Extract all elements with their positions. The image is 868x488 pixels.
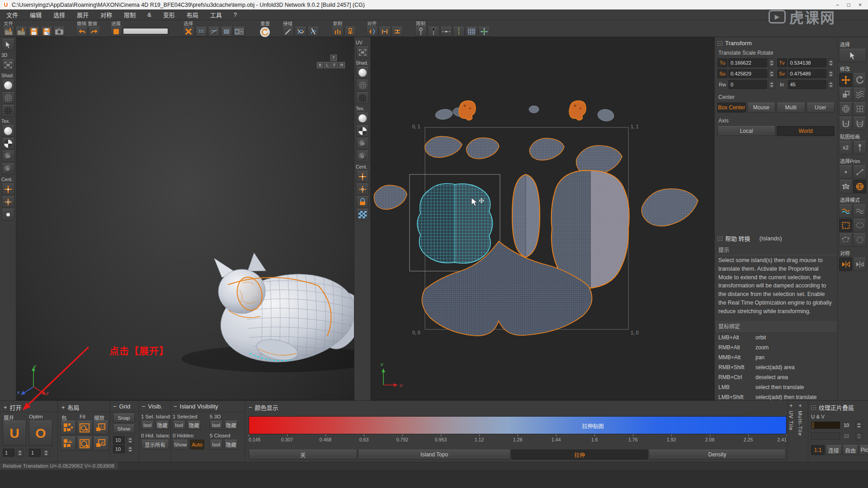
align-horizontal-icon[interactable] xyxy=(379,27,391,37)
texbtns-0[interactable]: 1:1 xyxy=(811,445,825,455)
grid-snap-button[interactable]: Snap xyxy=(113,413,135,422)
pin-filled-icon[interactable] xyxy=(428,27,439,37)
tex-custom-icon[interactable]: U xyxy=(2,163,14,175)
field-value[interactable]: 0.425829 xyxy=(728,69,767,78)
multi-tile-panel[interactable]: + Multi-Tile xyxy=(797,403,803,436)
show-all-button[interactable]: 显示所有 xyxy=(141,440,169,450)
collapse-state[interactable]: + xyxy=(61,404,65,411)
cbtns-0[interactable]: 关 xyxy=(249,450,357,460)
brush-select-gray-icon[interactable] xyxy=(853,204,866,218)
menu-item-9[interactable]: 工具 xyxy=(210,10,222,19)
brush-select-icon[interactable] xyxy=(839,204,852,218)
stop-icon[interactable] xyxy=(110,27,122,37)
optimize-button[interactable]: O xyxy=(29,421,52,446)
constraint-horizontal-icon[interactable] xyxy=(440,27,452,37)
spinner[interactable] xyxy=(768,69,775,78)
menu-item-10[interactable]: ? xyxy=(234,11,237,18)
pin-icon[interactable] xyxy=(415,27,427,37)
minimize-button[interactable]: − xyxy=(836,2,839,8)
texbtns-1[interactable]: 连接 xyxy=(826,445,842,455)
select-polygons-icon[interactable] xyxy=(221,27,232,37)
unfold-button[interactable]: U xyxy=(3,421,26,446)
texbtns-2[interactable]: 自由 xyxy=(843,445,858,455)
uv-tex-custom-icon[interactable]: U xyxy=(356,150,369,162)
scale-1to1-button[interactable]: 1:1 xyxy=(93,421,108,435)
grid-panel-header[interactable]: − Grid xyxy=(113,403,130,410)
maximize-button[interactable]: □ xyxy=(847,2,850,8)
collapse-state[interactable]: − xyxy=(249,404,252,411)
menu-item-3[interactable]: 展开 xyxy=(77,10,89,19)
field-value[interactable]: 0.475489 xyxy=(788,69,827,78)
grid-size-v[interactable]: 10 xyxy=(113,445,134,453)
viewport-3d[interactable]: T B L F R y x z 点击【展开】 xyxy=(16,37,354,400)
select-edges-icon[interactable] xyxy=(208,27,220,37)
shade-wire-icon[interactable] xyxy=(2,92,14,104)
polygon-lasso-icon[interactable] xyxy=(839,233,852,247)
open-panel-header[interactable]: + 打开 xyxy=(4,403,22,412)
uv-center-selection-icon[interactable] xyxy=(356,183,369,195)
center-btns-3[interactable]: User xyxy=(807,103,835,113)
rotate-tool-icon[interactable] xyxy=(853,73,866,87)
texture-value-u[interactable]: 10 xyxy=(842,421,863,429)
visib-isolate-button[interactable]: Isol xyxy=(141,421,154,430)
iv-auto-button[interactable]: Auto xyxy=(190,440,204,450)
texture-value-v[interactable]: 10 xyxy=(842,432,863,440)
unfold-iterations[interactable]: 1 xyxy=(3,449,24,457)
texbtns-3[interactable]: Pic xyxy=(859,445,868,455)
sphere-mesh-icon[interactable] xyxy=(839,102,852,116)
layout-panel-header[interactable]: + 布局 xyxy=(61,403,80,412)
dot-icon[interactable] xyxy=(2,209,14,221)
shade-wire-shaded-icon[interactable] xyxy=(2,105,14,117)
copy-uv-icon[interactable] xyxy=(332,27,344,37)
uv-tex-none-icon[interactable] xyxy=(356,113,369,124)
visib-panel-header[interactable]: − Visib. xyxy=(142,403,162,410)
uv-tex-numbers-icon[interactable]: 19 xyxy=(356,138,369,150)
clear-selection-icon[interactable] xyxy=(183,27,194,37)
grid-show-button[interactable]: Show xyxy=(113,424,135,433)
open-file-icon[interactable] xyxy=(3,27,14,37)
prim-polygon-icon[interactable] xyxy=(839,180,852,193)
collapse-state[interactable]: + xyxy=(4,404,7,411)
select-vertices-icon[interactable] xyxy=(195,27,207,37)
iv-isolate-3d[interactable]: Isol xyxy=(210,421,222,430)
transform-panel-header[interactable]: − Transform xyxy=(715,37,837,48)
grid-snap-icon[interactable] xyxy=(466,27,477,37)
texture-panel-header[interactable]: − 纹理正片叠底 xyxy=(811,403,854,412)
collapse-icon[interactable]: − xyxy=(811,405,816,410)
texture-slider[interactable] xyxy=(811,422,840,429)
save-as-icon[interactable] xyxy=(41,27,52,37)
field-value[interactable]: 0 xyxy=(728,80,767,89)
collapse-state[interactable]: − xyxy=(174,403,177,410)
pack-button[interactable] xyxy=(61,421,76,435)
viewcube-right[interactable]: R xyxy=(339,62,345,68)
import-file-icon[interactable] xyxy=(15,27,27,37)
seam-weld-icon[interactable] xyxy=(295,27,307,37)
frame-all-icon[interactable] xyxy=(2,59,14,71)
iv-isolate-closed[interactable]: Isol xyxy=(210,440,222,450)
prim-edge-icon[interactable] xyxy=(853,165,866,179)
spinner[interactable] xyxy=(768,58,775,67)
fit-selected-button[interactable] xyxy=(77,436,92,450)
paste-uv-icon[interactable] xyxy=(344,27,356,37)
iv-show-button[interactable]: Show xyxy=(173,440,188,450)
collapse-state[interactable]: − xyxy=(113,403,117,410)
spinner[interactable] xyxy=(827,80,835,89)
tex-none-icon[interactable] xyxy=(2,125,14,137)
uv-tex-checker-icon[interactable] xyxy=(356,125,369,137)
tex-numbers-icon[interactable]: 19 xyxy=(2,150,14,162)
u-bracket-left-icon[interactable] xyxy=(839,117,852,130)
lock-icon[interactable] xyxy=(356,196,369,208)
move-tool-icon[interactable] xyxy=(839,73,852,87)
menu-item-8[interactable]: 布局 xyxy=(187,10,198,19)
axis-cross-icon[interactable] xyxy=(478,27,490,37)
color-panel-header[interactable]: − 颜色显示 xyxy=(249,403,278,412)
collapse-icon[interactable]: − xyxy=(717,236,722,241)
spinner[interactable] xyxy=(827,58,835,67)
center-selection-icon[interactable] xyxy=(2,196,14,208)
island-vis-panel-header[interactable]: − Island Visibility xyxy=(174,403,218,410)
menu-item-6[interactable]: & xyxy=(147,11,151,18)
pinch-mesh-icon[interactable] xyxy=(853,102,866,116)
fit-button[interactable] xyxy=(77,421,92,435)
viewcube-left[interactable]: L xyxy=(324,62,330,68)
menu-item-5[interactable]: 限制 xyxy=(124,10,136,19)
